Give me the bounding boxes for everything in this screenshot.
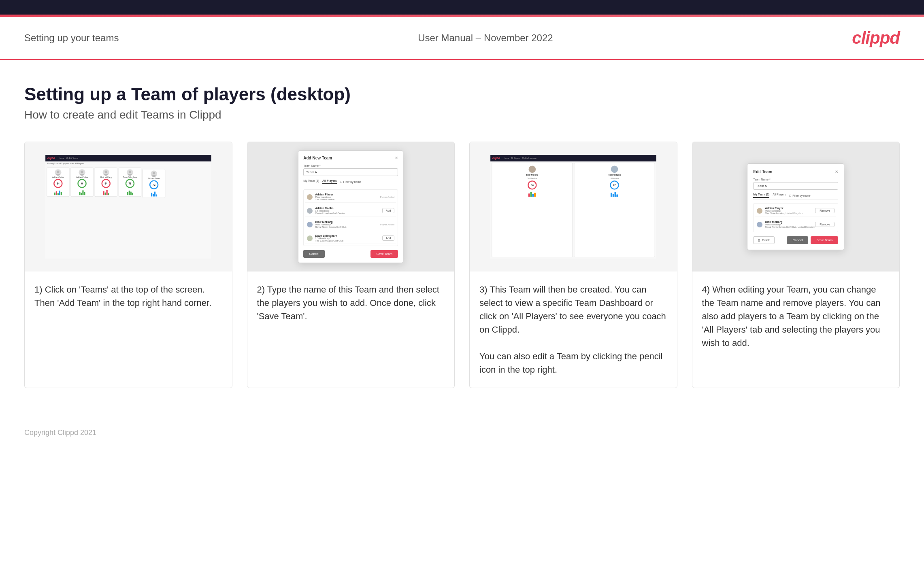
mock-name-5: Richard Butler <box>148 178 160 180</box>
player-avatar-3 <box>307 222 313 227</box>
team-bars-2 <box>611 191 618 197</box>
bar <box>59 191 60 195</box>
player-location-3: Royal North Devon Golf Club <box>315 226 346 228</box>
mock-player-3: Blair McHarg 94 <box>95 168 117 197</box>
edit-player-avatar-2 <box>757 222 762 227</box>
bar <box>154 191 155 196</box>
bar <box>156 195 157 197</box>
mock-player-2: Adrian Coliba 0 <box>71 168 94 197</box>
dialog-footer-4: 🗑 Delete Cancel Save Team <box>753 236 838 244</box>
bar <box>615 192 616 197</box>
save-team-button-4[interactable]: Save Team <box>811 236 838 244</box>
mock-name-3: Blair McHarg <box>100 176 112 178</box>
dialog-title-4: Edit Team <box>753 170 772 174</box>
remove-player-button-1[interactable]: Remove <box>815 208 835 213</box>
mock-topbar-3: clippd Home All Players My Performance <box>490 155 656 161</box>
close-icon-4[interactable]: ✕ <box>835 170 838 174</box>
bar <box>530 192 532 197</box>
dialog-header-4: Edit Team ✕ <box>753 170 838 174</box>
team-name-1: Blair McHarg <box>526 174 538 176</box>
edit-player-details-1: Adrian Player Plus Handicap The Shire Lo… <box>765 207 803 214</box>
bar <box>57 193 59 195</box>
player-status-3: Player Added <box>380 223 395 226</box>
player-list-2: Adrian Player Plus Handicap The Shire Lo… <box>303 189 398 246</box>
card-1-text: 1) Click on 'Teams' at the top of the sc… <box>25 272 232 321</box>
top-bar <box>0 0 924 15</box>
footer: Copyright Clippd 2021 <box>0 420 924 445</box>
team-card-player-1: Blair McHarg Plus Handicap 94 <box>492 163 573 257</box>
filter-by-name-2[interactable]: ☐ Filter by name <box>340 179 361 184</box>
mock-bars-2 <box>79 189 85 195</box>
team-name-2: Richard Butler <box>608 174 621 176</box>
bar <box>103 191 104 195</box>
svg-point-1 <box>56 174 60 176</box>
player-info-2: Adrian Coliba 1.5 Handicap Central Londo… <box>307 207 345 214</box>
mock-player-5: Richard Butler 72 <box>143 169 165 198</box>
team-bars-1 <box>528 191 536 197</box>
mock-bars-1 <box>54 189 62 195</box>
edit-player-name-2: Blair McHarg <box>765 221 815 223</box>
close-icon-2[interactable]: ✕ <box>395 156 398 160</box>
tab-my-team-4[interactable]: My Team (2) <box>753 193 769 198</box>
card-1: clippd Home My Pal Teams Finding 5 out o… <box>24 142 232 388</box>
cancel-button-4[interactable]: Cancel <box>787 236 808 244</box>
bar <box>106 190 107 195</box>
player-item-4: Dave Billingham 1.5 Handicap The Gog Mag… <box>305 233 396 244</box>
mock-bars-4 <box>127 189 133 195</box>
player-status-1: Player Added <box>380 196 395 198</box>
tab-all-players-2[interactable]: All Players <box>322 179 337 184</box>
player-name-2: Adrian Coliba <box>315 207 345 210</box>
trash-icon: 🗑 <box>758 239 760 242</box>
tab-my-team-2[interactable]: My Team (2) <box>303 179 319 184</box>
team-name-input-4[interactable]: Team A <box>753 182 838 190</box>
edit-player-info-1: Adrian Player Plus Handicap The Shire Lo… <box>757 207 803 214</box>
edit-player-details-2: Blair McHarg Plus Handicap Royal North D… <box>765 221 815 228</box>
dialog-title-2: Add New Team <box>303 156 332 160</box>
bar <box>84 192 85 195</box>
tab-all-players-4[interactable]: All Players <box>773 193 786 198</box>
remove-player-button-2[interactable]: Remove <box>815 222 835 227</box>
team-name-input-2[interactable]: Team A <box>303 168 398 176</box>
bar <box>56 191 57 195</box>
header: Setting up your teams User Manual – Nove… <box>0 17 924 60</box>
mock-nav-home-3: Home <box>504 157 509 159</box>
player-name-4: Dave Billingham <box>315 234 343 237</box>
mock-score-3: 94 <box>102 179 111 188</box>
bar <box>532 194 534 197</box>
add-player-button-2[interactable]: Add <box>382 208 394 213</box>
mock-nav-teams: My Pal Teams <box>66 157 78 159</box>
player-location-2: Central London Golf Centre <box>315 212 345 214</box>
edit-player-item-2: Blair McHarg Plus Handicap Royal North D… <box>755 219 836 230</box>
save-team-button-2[interactable]: Save Team <box>370 250 398 258</box>
card-4-text: 4) When editing your Team, you can chang… <box>692 272 900 361</box>
player-info-3: Blair McHarg Plus Handicap Royal North D… <box>307 221 346 228</box>
team-card-player-2: Richard Butler 1.5 Handicap 72 <box>574 163 655 257</box>
team-name-label-2: Team Name * <box>303 164 398 167</box>
mock-nav-perf-3: My Performance <box>522 157 536 159</box>
bar <box>79 192 80 195</box>
card-3-screenshot: clippd Home All Players My Performance B… <box>470 142 677 272</box>
bar <box>611 193 612 197</box>
delete-button-4[interactable]: 🗑 Delete <box>753 236 775 244</box>
bar <box>128 191 130 195</box>
mock-nav-3: Home All Players My Performance <box>504 157 536 159</box>
bar <box>132 193 133 195</box>
add-player-button-4[interactable]: Add <box>382 235 394 241</box>
card-4-screenshot: Edit Team ✕ Team Name * Team A My Team (… <box>692 142 900 272</box>
player-info-1: Adrian Player Plus Handicap The Shire Lo… <box>307 193 334 201</box>
cancel-button-2[interactable]: Cancel <box>303 250 325 258</box>
mock-subtitle-1: Finding 5 out of 5 players from: All Pla… <box>45 161 211 166</box>
bar <box>534 193 536 197</box>
mock-avatar-3 <box>103 169 109 176</box>
filter-by-name-4[interactable]: ☐ Filter by name <box>789 193 810 198</box>
bar <box>104 193 106 195</box>
edit-player-location-1: The Shire London, United Kingdom <box>765 212 803 214</box>
player-name-1: Adrian Player <box>315 193 334 196</box>
player-info-4: Dave Billingham 1.5 Handicap The Gog Mag… <box>307 234 343 242</box>
card-3-description2: You can also edit a Team by clicking the… <box>479 351 663 375</box>
player-item-1: Adrian Player Plus Handicap The Shire Lo… <box>305 191 396 203</box>
page-title: Setting up a Team of players (desktop) <box>24 84 900 104</box>
edit-player-location-2: Royal North Devon Golf Club, United King… <box>765 226 815 228</box>
bar <box>528 193 530 197</box>
dialog-actions-4: Cancel Save Team <box>787 236 838 244</box>
